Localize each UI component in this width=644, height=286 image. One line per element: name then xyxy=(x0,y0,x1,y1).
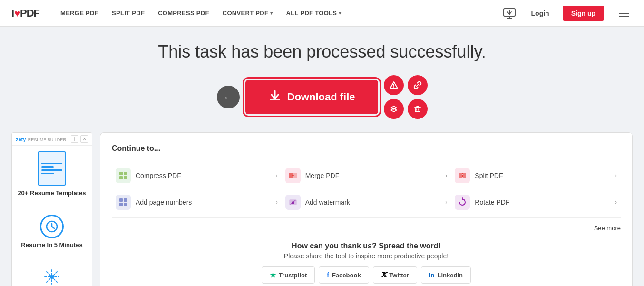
ad-line-1 xyxy=(41,163,62,164)
ad-controls: i ✕ xyxy=(71,135,88,143)
continue-panel: Continue to... Compress PDF › xyxy=(100,132,633,286)
see-more: See more xyxy=(112,217,621,232)
rotate-pdf-arrow-icon: › xyxy=(615,199,617,206)
compress-pdf-label: Compress PDF xyxy=(136,172,271,179)
download-file-button[interactable]: Download file xyxy=(245,80,378,114)
svg-point-7 xyxy=(393,87,394,88)
trustpilot-label: Trustpilot xyxy=(279,272,307,279)
ad-panel1-title: 20+ Resume Templates xyxy=(18,189,86,197)
svg-rect-34 xyxy=(463,173,466,178)
merge-pdf-arrow-icon: › xyxy=(445,172,447,179)
ad-close-button[interactable]: ✕ xyxy=(80,135,88,143)
login-button[interactable]: Login xyxy=(526,7,555,20)
tool-compress-pdf[interactable]: Compress PDF › xyxy=(112,162,282,189)
ad-panel: zety RESUME BUILDER i ✕ 20+ R xyxy=(11,132,92,286)
share-section: How can you thank us? Spread the word! P… xyxy=(112,232,621,284)
header-right: Login Sign up xyxy=(501,5,633,22)
nav-merge-pdf[interactable]: MERGE PDF xyxy=(55,7,104,20)
all-tools-dropdown-arrow-icon: ▾ xyxy=(339,10,341,16)
main-nav: MERGE PDF SPLIT PDF COMPRESS PDF CONVERT… xyxy=(55,7,501,20)
see-more-link[interactable]: See more xyxy=(594,225,621,232)
ad-resume-lines xyxy=(39,160,65,177)
nav-convert-pdf[interactable]: CONVERT PDF ▾ xyxy=(217,7,279,20)
ad-top-bar: zety RESUME BUILDER i ✕ xyxy=(12,133,92,146)
svg-rect-11 xyxy=(415,108,420,112)
split-pdf-label: Split PDF xyxy=(475,172,610,179)
compress-pdf-arrow-icon: › xyxy=(276,172,278,179)
share-title: How can you thank us? Spread the word! xyxy=(112,242,621,250)
success-title: This task has been processed successfull… xyxy=(158,42,486,62)
svg-rect-38 xyxy=(124,203,127,206)
facebook-icon: f xyxy=(327,271,329,279)
desktop-download-icon[interactable] xyxy=(501,5,518,22)
warning-icon-button[interactable] xyxy=(384,75,404,95)
ad-sparkle-icon xyxy=(38,263,66,286)
signup-button[interactable]: Sign up xyxy=(563,6,604,21)
side-action-icons xyxy=(384,75,428,119)
twitter-x-icon: 𝕏 xyxy=(381,271,387,279)
hamburger-line-2 xyxy=(619,13,629,14)
facebook-label: Facebook xyxy=(332,272,361,279)
facebook-share-button[interactable]: f Facebook xyxy=(319,266,369,284)
tools-grid: Compress PDF › Merge PDF › xyxy=(112,162,621,216)
ad-clock-icon xyxy=(40,215,64,238)
svg-rect-29 xyxy=(293,173,297,178)
continue-title: Continue to... xyxy=(112,144,621,153)
linkedin-share-button[interactable]: in LinkedIn xyxy=(421,266,471,284)
page-numbers-arrow-icon: › xyxy=(276,199,278,206)
action-row: ← Download file xyxy=(11,75,633,119)
tool-page-numbers[interactable]: Add page numbers › xyxy=(112,189,282,216)
tool-rotate-pdf[interactable]: Rotate PDF › xyxy=(451,189,621,216)
download-icon xyxy=(268,89,282,105)
trustpilot-share-button[interactable]: ★ Trustpilot xyxy=(262,266,315,284)
watermark-arrow-icon: › xyxy=(445,199,447,206)
svg-rect-28 xyxy=(289,173,293,178)
share-subtitle: Please share the tool to inspire more pr… xyxy=(112,252,621,260)
side-icon-row-bottom xyxy=(384,99,428,119)
rotate-pdf-icon xyxy=(455,195,470,210)
ad-line-2 xyxy=(41,166,54,168)
logo-heart-icon: ♥ xyxy=(14,8,20,19)
watermark-icon xyxy=(285,195,301,210)
ad-line-4 xyxy=(41,173,54,174)
ad-content-1: 20+ Resume Templates xyxy=(12,146,92,205)
compress-pdf-icon xyxy=(116,168,131,183)
ad-info-button[interactable]: i xyxy=(71,135,78,143)
side-icon-row-top xyxy=(384,75,428,95)
page-numbers-icon xyxy=(116,195,131,210)
tool-watermark[interactable]: Add watermark › xyxy=(282,189,451,216)
nav-all-tools[interactable]: ALL PDF TOOLS ▾ xyxy=(281,7,347,20)
header: I♥PDF MERGE PDF SPLIT PDF COMPRESS PDF C… xyxy=(0,0,644,27)
svg-rect-24 xyxy=(119,172,123,175)
hamburger-menu-button[interactable] xyxy=(615,5,633,22)
trustpilot-star-icon: ★ xyxy=(270,271,276,279)
rotate-pdf-label: Rotate PDF xyxy=(475,198,610,206)
svg-line-18 xyxy=(52,227,54,228)
nav-compress-pdf[interactable]: COMPRESS PDF xyxy=(152,7,215,20)
ad-line-3 xyxy=(41,169,62,171)
share-buttons: ★ Trustpilot f Facebook 𝕏 Twitter in Lin… xyxy=(112,266,621,284)
dropbox-icon-button[interactable] xyxy=(384,99,404,119)
twitter-share-button[interactable]: 𝕏 Twitter xyxy=(373,266,417,284)
twitter-label: Twitter xyxy=(389,272,409,279)
convert-dropdown-arrow-icon: ▾ xyxy=(270,10,273,16)
svg-rect-33 xyxy=(459,173,462,178)
split-pdf-icon xyxy=(455,168,470,183)
svg-rect-37 xyxy=(119,203,123,206)
nav-split-pdf[interactable]: SPLIT PDF xyxy=(106,7,150,20)
back-button[interactable]: ← xyxy=(217,86,240,108)
download-file-label: Download file xyxy=(287,91,355,103)
split-pdf-arrow-icon: › xyxy=(615,172,617,179)
ad-resume-icon xyxy=(38,151,66,186)
hamburger-line-3 xyxy=(619,16,629,17)
tool-merge-pdf[interactable]: Merge PDF › xyxy=(282,162,451,189)
tool-split-pdf[interactable]: Split PDF › xyxy=(451,162,621,189)
logo[interactable]: I♥PDF xyxy=(11,7,39,20)
svg-rect-25 xyxy=(124,172,127,175)
copy-link-icon-button[interactable] xyxy=(408,75,428,95)
delete-icon-button[interactable] xyxy=(408,99,428,119)
merge-pdf-label: Merge PDF xyxy=(305,172,441,179)
back-arrow-icon: ← xyxy=(224,92,233,103)
linkedin-label: LinkedIn xyxy=(437,272,462,279)
svg-rect-26 xyxy=(119,176,123,179)
